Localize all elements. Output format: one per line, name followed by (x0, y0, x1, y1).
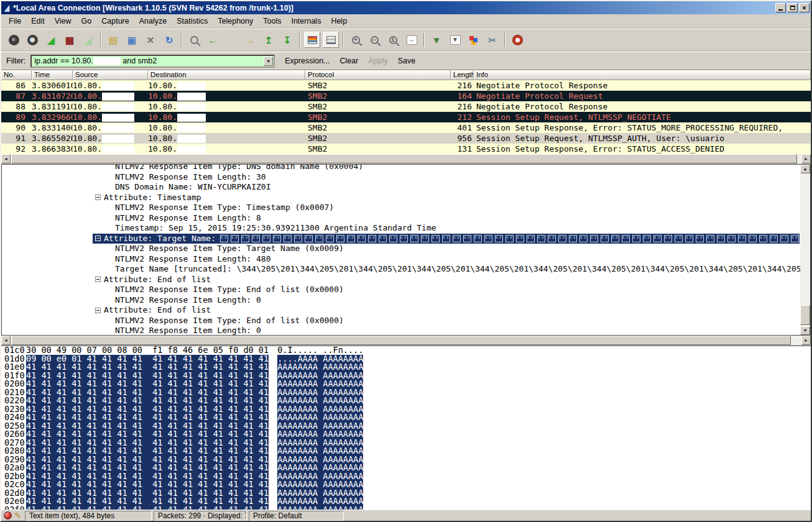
tree-line[interactable]: NTLMV2 Response Item Length: 30 (2, 172, 800, 183)
menu-item-tools[interactable]: Tools (258, 16, 286, 27)
zoom-out-icon[interactable]: − (366, 32, 382, 48)
tree-collapse-icon[interactable] (95, 195, 101, 200)
filter-input[interactable]: ip.addr == 10.80. and smb2 ▼ (30, 55, 275, 68)
zoom-100-icon[interactable]: 1 (385, 32, 401, 48)
maximize-button[interactable] (787, 3, 798, 12)
tree-line[interactable]: NTLMV2 Response Item Type: DNS domain Na… (2, 164, 800, 172)
tree-line[interactable]: Attribute: End of list (2, 275, 800, 285)
expert-info-icon[interactable] (4, 511, 12, 520)
column-header-length[interactable]: Length (451, 70, 474, 80)
scroll-right-button[interactable]: ► (801, 154, 811, 163)
packet-row-92[interactable]: 923.8663830010.80.10.80.SMB2131Session S… (1, 144, 811, 154)
tree-collapse-icon[interactable] (95, 236, 101, 241)
save-file-icon[interactable]: ▣ (124, 32, 140, 48)
tree-line[interactable]: Timestamp: Sep 15, 2015 19:25:30.9392113… (2, 223, 800, 234)
resize-columns-icon[interactable]: ↔ (404, 32, 420, 48)
filter-dropdown-button[interactable]: ▼ (264, 57, 273, 66)
tree-line[interactable]: NTLMV2 Response Item Type: Target Name (… (2, 244, 800, 254)
open-file-icon[interactable]: ▤ (105, 32, 121, 48)
tree-line[interactable]: DNS Domain Name: WIN-YCURPKAIZ0I (2, 182, 800, 193)
go-bottom-icon[interactable]: ↧ (279, 32, 295, 48)
menu-item-go[interactable]: Go (76, 16, 97, 27)
tree-collapse-icon[interactable] (95, 277, 101, 282)
menu-item-internals[interactable]: Internals (286, 16, 326, 27)
scroll-right-button[interactable]: ► (801, 336, 811, 345)
packet-row-87[interactable]: 873.8310720010.80.10.80.SMB2164Negotiate… (1, 91, 811, 101)
close-file-icon[interactable]: ✕ (142, 32, 159, 48)
tree-line[interactable]: NTLMV2 Response Item Length: 8 (2, 213, 800, 224)
capture-filter-icon[interactable]: ▼ (428, 32, 445, 48)
expression-button[interactable]: Expression... (285, 57, 330, 65)
preferences-icon[interactable]: ✂ (484, 32, 501, 48)
packet-row-89[interactable]: 893.8329660010.80.10.80.SMB2212Session S… (1, 112, 811, 122)
tree-collapse-icon[interactable] (95, 308, 101, 313)
scroll-left-button[interactable]: ◄ (1, 336, 11, 345)
column-header-protocol[interactable]: Protocol (305, 70, 451, 80)
stop-capture-icon[interactable]: ▦ (62, 32, 78, 48)
tree-line[interactable]: Target Name [truncated]: \344\205\201\34… (2, 264, 800, 275)
apply-button[interactable]: Apply (368, 57, 387, 65)
column-header-source[interactable]: Source (73, 70, 148, 80)
packet-row-91[interactable]: 913.8655020010.80.10.80.SMB2956Session S… (1, 133, 811, 144)
go-forward-icon-glyph: → (227, 35, 236, 45)
profile-status[interactable]: Profile: Default (249, 511, 344, 521)
tree-line[interactable]: NTLMV2 Response Item Type: Timestamp (0x… (2, 203, 800, 213)
capture-comment-icon[interactable]: ✎ (14, 511, 21, 520)
hscroll-thumb[interactable] (11, 336, 791, 345)
scroll-up-button[interactable]: ▲ (800, 165, 810, 173)
vscroll-thumb[interactable] (800, 305, 810, 325)
detail-vscrollbar[interactable]: ▲ ▼ (800, 165, 810, 335)
capture-options-icon[interactable]: ◉ (24, 32, 40, 48)
close-button[interactable]: ✕ (799, 3, 810, 12)
zoom-in-icon[interactable]: + (348, 32, 364, 48)
restart-capture-icon[interactable]: ◢ (80, 32, 96, 48)
find-packet-icon[interactable] (186, 32, 202, 48)
column-header-destination[interactable]: Destination (148, 70, 305, 80)
list-interfaces-icon[interactable]: ≡ (6, 32, 22, 48)
colorize-icon[interactable] (304, 32, 320, 48)
tree-line[interactable]: Attribute: End of list (2, 305, 800, 316)
packet-row-88[interactable]: 883.8311910010.80.10.80.SMB2216Negotiate… (1, 101, 811, 112)
autoscroll-icon[interactable] (323, 32, 339, 48)
minimize-button[interactable] (775, 3, 786, 12)
hscroll-thumb[interactable] (11, 154, 797, 163)
column-header-time[interactable]: Time (32, 70, 73, 80)
packet-row-90[interactable]: 903.8331400010.80.10.80.SMB2401Session S… (1, 122, 811, 133)
column-header-info[interactable]: Info (474, 70, 811, 80)
menu-item-file[interactable]: File (4, 16, 26, 27)
coloring-rules-icon[interactable] (466, 32, 482, 48)
scroll-left-button[interactable]: ◄ (1, 154, 11, 163)
go-forward-icon[interactable]: → (223, 32, 239, 48)
reload-icon[interactable]: ↻ (161, 32, 177, 48)
missing-glyph-box (463, 235, 471, 242)
save-button[interactable]: Save (398, 57, 416, 65)
packet-list-hscrollbar[interactable]: ◄ ► (1, 154, 811, 163)
start-capture-icon[interactable]: ◢ (43, 32, 59, 48)
clear-button[interactable]: Clear (340, 57, 359, 65)
tree-line[interactable]: Attribute: Target Name: (2, 234, 800, 244)
column-header-no[interactable]: No. (1, 70, 32, 80)
go-top-icon[interactable]: ↥ (261, 32, 277, 48)
menu-item-statistics[interactable]: Statistics (172, 16, 213, 27)
packet-row-86[interactable]: 863.8306010010.80.10.80.SMB2216Negotiate… (1, 80, 811, 91)
tree-line[interactable]: NTLMV2 Response Item Length: 480 (2, 254, 800, 265)
display-filter-icon[interactable]: ▼ (447, 32, 463, 48)
cell-src: 10.80. (73, 144, 148, 154)
menu-item-help[interactable]: Help (326, 16, 352, 27)
missing-glyph-box (770, 235, 778, 242)
tree-line[interactable]: Attribute: Timestamp (2, 193, 800, 203)
menu-item-view[interactable]: View (50, 16, 76, 27)
tree-line[interactable]: NTLMV2 Response Item Length: 0 (2, 326, 800, 336)
menu-item-edit[interactable]: Edit (26, 16, 50, 27)
go-back-icon[interactable]: ← (205, 32, 221, 48)
menu-item-analyze[interactable]: Analyze (134, 16, 172, 27)
help-icon[interactable] (509, 32, 525, 48)
menu-item-capture[interactable]: Capture (96, 16, 134, 27)
detail-hscrollbar[interactable]: ◄ ► (1, 336, 811, 345)
tree-line[interactable]: NTLMV2 Response Item Type: End of list (… (2, 316, 800, 326)
menu-item-telephony[interactable]: Telephony (213, 16, 258, 27)
tree-line[interactable]: NTLMV2 Response Item Length: 0 (2, 295, 800, 306)
tree-line[interactable]: NTLMV2 Response Item Type: End of list (… (2, 285, 800, 295)
go-to-packet-icon[interactable]: → (242, 32, 258, 48)
scroll-down-button[interactable]: ▼ (800, 326, 810, 335)
